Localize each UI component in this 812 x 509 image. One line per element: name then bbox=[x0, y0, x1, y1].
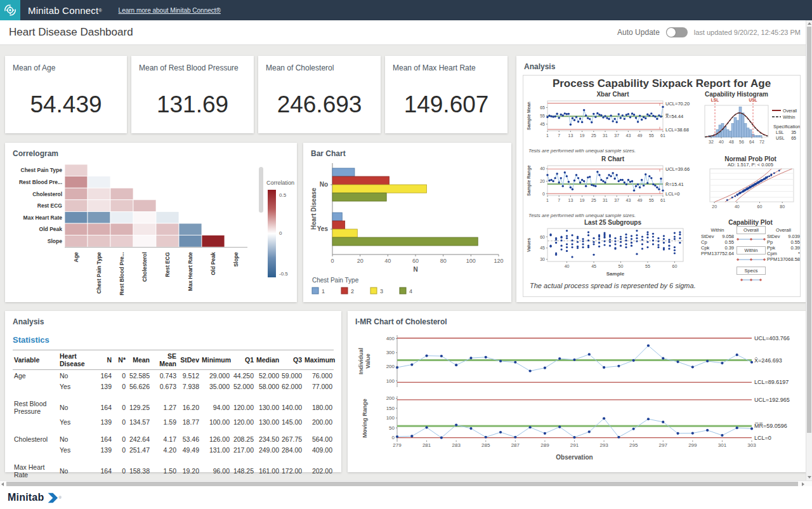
svg-text:20: 20 bbox=[357, 258, 363, 264]
scroll-down-arrow-icon[interactable] bbox=[808, 476, 811, 479]
svg-text:301: 301 bbox=[718, 442, 727, 448]
vertical-scrollbar-thumb[interactable] bbox=[807, 27, 811, 433]
svg-text:Cholesterol: Cholesterol bbox=[32, 191, 62, 197]
bar-chart-card: Bar Chart NoYes020406080100120NHeart Dis… bbox=[303, 143, 511, 302]
statistics-section-heading: Statistics bbox=[13, 335, 341, 345]
svg-text:N: N bbox=[413, 266, 417, 273]
r-chart-footnote: Tests are performed with unequal sample … bbox=[528, 213, 701, 218]
svg-text:Chest Pain Type: Chest Pain Type bbox=[96, 252, 102, 294]
svg-text:100: 100 bbox=[386, 378, 395, 384]
normal-prob-plot-chart: 20406080 bbox=[701, 168, 800, 215]
kpi-label: Mean of Age bbox=[5, 56, 127, 72]
svg-text:60: 60 bbox=[540, 235, 545, 239]
svg-text:Max Heart Rate: Max Heart Rate bbox=[23, 215, 63, 221]
top-navigation-bar: Minitab Connect® Learn more about Minita… bbox=[0, 0, 812, 20]
svg-text:Sample Range: Sample Range bbox=[527, 165, 532, 195]
svg-text:Age: Age bbox=[73, 252, 79, 262]
xbar-chart-title: Xbar Chart bbox=[525, 91, 701, 98]
kpi-card-mean-cholesterol: Mean of Cholesterol 246.693 bbox=[258, 56, 381, 133]
svg-text:200: 200 bbox=[386, 395, 395, 401]
correlogram-scrollbar[interactable] bbox=[259, 167, 263, 213]
minitab-logo-chevron-icon bbox=[47, 492, 58, 503]
kpi-card-mean-max-heart-rate: Mean of Max Heart Rate 149.607 bbox=[385, 56, 508, 133]
svg-text:LCL=0: LCL=0 bbox=[665, 191, 679, 197]
svg-text:56: 56 bbox=[739, 140, 744, 144]
imr-chart-card: I-MR Chart of Cholesterol 100200300400UC… bbox=[348, 311, 807, 472]
svg-text:13: 13 bbox=[568, 133, 573, 138]
svg-text:Chest Pain Type: Chest Pain Type bbox=[21, 167, 63, 173]
page-title: Heart Disease Dashboard bbox=[9, 26, 133, 39]
kpi-value: 246.693 bbox=[258, 91, 381, 118]
legend-tick: -0.5 bbox=[279, 271, 288, 277]
bar-chart-svg: NoYes020406080100120NHeart DiseaseChest … bbox=[308, 159, 506, 300]
card-title: Analysis bbox=[516, 56, 807, 71]
svg-text:40: 40 bbox=[540, 166, 545, 171]
svg-text:80: 80 bbox=[780, 204, 785, 209]
svg-text:303: 303 bbox=[747, 442, 756, 448]
svg-text:Observation: Observation bbox=[556, 454, 593, 461]
horizontal-scrollbar-thumb[interactable] bbox=[6, 482, 798, 486]
svg-text:400: 400 bbox=[386, 336, 395, 341]
svg-text:Overall: Overall bbox=[783, 109, 797, 113]
svg-text:120: 120 bbox=[494, 258, 503, 264]
learn-more-link[interactable]: Learn more about Minitab Connect® bbox=[119, 7, 221, 14]
table-row: Yes139056.6260.6737.93835.00052.00058.00… bbox=[13, 381, 334, 392]
svg-text:Chest Pain Type: Chest Pain Type bbox=[312, 277, 359, 284]
footer-registered-mark: ® bbox=[58, 496, 61, 499]
svg-text:20: 20 bbox=[540, 179, 545, 183]
svg-text:45: 45 bbox=[591, 264, 596, 268]
svg-text:37: 37 bbox=[614, 198, 619, 202]
svg-text:No: No bbox=[320, 181, 328, 188]
table-row: Yes1390134.571.5918.77100.00120.00130.00… bbox=[13, 416, 334, 427]
kpi-label: Mean of Max Heart Rate bbox=[385, 56, 508, 72]
auto-update-toggle[interactable] bbox=[666, 27, 688, 37]
svg-text:291: 291 bbox=[570, 442, 579, 448]
svg-text:LCL=89.6197: LCL=89.6197 bbox=[754, 379, 789, 385]
minitab-connect-logo[interactable] bbox=[0, 0, 20, 20]
statistics-analysis-card: Analysis Statistics VariableHeart Diseas… bbox=[5, 311, 341, 472]
svg-text:283: 283 bbox=[452, 442, 461, 448]
xbar-footnote: Tests are performed with unequal sample … bbox=[528, 148, 701, 154]
svg-text:7: 7 bbox=[558, 133, 560, 138]
svg-text:UCL=192.965: UCL=192.965 bbox=[754, 397, 790, 403]
svg-text:35: 35 bbox=[791, 130, 796, 135]
svg-text:40: 40 bbox=[735, 204, 740, 209]
scroll-up-arrow-icon[interactable] bbox=[808, 22, 811, 25]
svg-text:M̅R̅=59.0596: M̅R̅=59.0596 bbox=[754, 423, 787, 429]
table-row: Max Heart RateNo1640158.381.5019.2096.00… bbox=[13, 461, 334, 480]
table-row: AgeNo164052.5850.7439.51229.00044.25052.… bbox=[13, 370, 334, 381]
svg-text:61: 61 bbox=[660, 133, 665, 138]
svg-text:37: 37 bbox=[614, 133, 619, 138]
last25-subgroups-chart: 3045604045505560SampleValues bbox=[525, 226, 701, 279]
table-row: CholesterolNo1640242.644.1753.46126.0020… bbox=[13, 433, 334, 444]
svg-text:80: 80 bbox=[440, 258, 447, 264]
capability-plot-block: Capability Plot WithinStDev9.058Cp0.55Cp… bbox=[701, 219, 800, 280]
svg-text:4: 4 bbox=[409, 288, 412, 294]
brand-registered-mark: ® bbox=[98, 8, 102, 13]
svg-text:45: 45 bbox=[540, 122, 545, 126]
svg-text:200: 200 bbox=[386, 364, 395, 369]
svg-text:297: 297 bbox=[659, 442, 668, 448]
svg-text:48: 48 bbox=[729, 140, 734, 144]
svg-text:55: 55 bbox=[645, 264, 650, 268]
svg-text:Cholesterol: Cholesterol bbox=[141, 252, 148, 282]
svg-text:Heart Disease: Heart Disease bbox=[310, 187, 317, 230]
svg-text:Moving Range: Moving Range bbox=[362, 399, 368, 438]
statistics-table: VariableHeart DiseaseNN*MeanSE MeanStDev… bbox=[13, 350, 334, 491]
vertical-scrollbar[interactable] bbox=[806, 20, 812, 480]
svg-text:299: 299 bbox=[688, 442, 697, 448]
svg-text:285: 285 bbox=[481, 442, 490, 448]
svg-text:31: 31 bbox=[603, 133, 608, 138]
minitab-footer-brand: Minitab bbox=[8, 492, 44, 503]
sixpack-report: Process Capability Sixpack Report for Ag… bbox=[523, 75, 801, 297]
svg-text:USL: USL bbox=[749, 98, 757, 102]
svg-text:281: 281 bbox=[422, 442, 431, 448]
capability-histogram-chart: LSLUSL324048566472OverallWithinSpecifica… bbox=[701, 98, 800, 154]
svg-text:64: 64 bbox=[749, 140, 754, 144]
correlation-gradient-bar bbox=[268, 190, 276, 277]
page-header: Heart Disease Dashboard Auto Update last… bbox=[0, 20, 812, 45]
svg-text:279: 279 bbox=[393, 442, 402, 448]
svg-text:1: 1 bbox=[322, 288, 325, 294]
kpi-label: Mean of Rest Blood Pressure bbox=[131, 56, 254, 72]
svg-text:LCL=0: LCL=0 bbox=[754, 435, 771, 441]
